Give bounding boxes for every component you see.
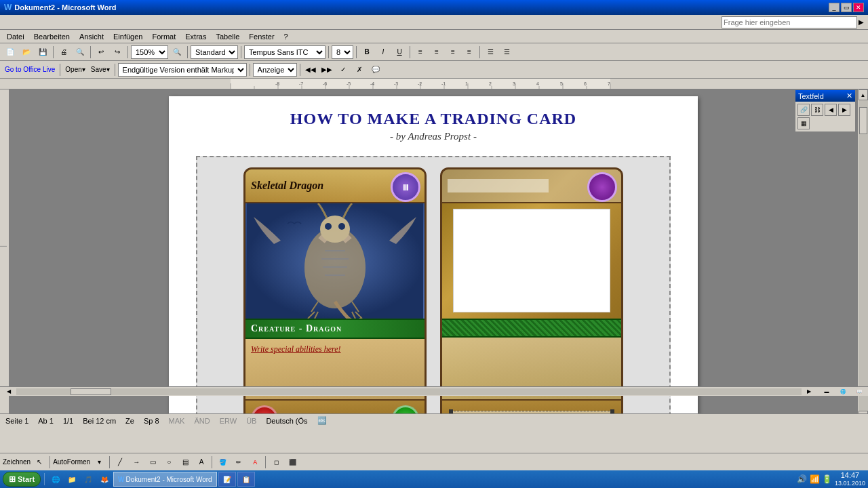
status-lang: Deutsch (Ös [266,417,307,425]
card-left-abilities: Write special abilities here! [251,344,419,354]
taskbar-ie[interactable]: 🌐 [48,472,63,487]
draw-shadow[interactable]: ◻ [269,455,283,470]
hscroll-thumb[interactable] [71,388,111,395]
menu-datei[interactable]: Datei [3,31,28,42]
page-area[interactable]: How to make A Trading Card - by Andreas … [9,89,857,422]
draw-oval[interactable]: ○ [161,455,176,470]
draw-arrow[interactable]: → [129,455,144,470]
scroll-thumb[interactable] [859,107,867,134]
tf-layout[interactable]: ▦ [797,117,810,129]
status-bar: Seite 1 Ab 1 1/1 Bei 12 cm Ze Sp 8 MAK Ä… [0,413,868,427]
open2-btn[interactable]: Open ▾ [63,62,87,77]
close-btn[interactable]: ✕ [853,3,864,12]
taskbar-systray: 🔊 📶 🔋 [797,474,832,484]
draw-cursor[interactable]: ↖ [32,455,47,470]
taskbar-word-btn[interactable]: W Dokument2 - Microsoft Word [113,472,217,487]
textfeld-panel: Textfeld ✕ 🔗 ⛓ ◀ ▶ ▦ [795,89,856,132]
taskbar-media[interactable]: 🎵 [81,472,96,487]
view-web[interactable]: 🌐 [835,388,850,396]
taskbar-word3[interactable]: 📋 [237,472,255,487]
anzeigen-select[interactable]: Anzeigen [253,63,297,77]
taskbar-firefox[interactable]: 🦊 [97,472,112,487]
draw-line[interactable]: ╱ [113,455,127,470]
zoom-select[interactable]: 150% [131,45,168,59]
align-justify[interactable]: ≡ [462,45,477,60]
svg-point-37 [325,223,332,230]
window-title: Dokument2 - Microsoft Word [14,3,116,12]
comments-btn[interactable]: 💬 [368,62,383,77]
textfeld-close[interactable]: ✕ [846,92,852,100]
preview-btn[interactable]: 🔍 [73,45,87,60]
minimize-btn[interactable]: _ [829,3,840,12]
numbering-btn[interactable]: ☰ [499,45,514,60]
align-center[interactable]: ≡ [429,45,444,60]
view-normal[interactable]: ▬ [819,388,834,396]
taskbar-explorer[interactable]: 📁 [64,472,79,487]
zoom-icon[interactable]: 🔍 [170,45,184,60]
draw-3d[interactable]: ⬛ [285,455,300,470]
svg-text:5: 5 [560,81,563,86]
track-next[interactable]: ▶▶ [319,62,334,77]
tf-unlink[interactable]: ⛓ [811,104,823,116]
card-left-level: III [391,172,420,202]
draw-sep1 [50,456,50,468]
font-select[interactable]: Tempus Sans ITC [244,45,326,59]
hscroll-track[interactable] [16,388,802,395]
tf-next[interactable]: ▶ [838,104,850,116]
sep10 [60,64,60,76]
bold-btn[interactable]: B [359,45,374,60]
menu-extras[interactable]: Extras [181,31,210,42]
print-btn[interactable]: 🖨 [56,45,71,60]
hscroll-left[interactable]: ◀ [1,388,16,396]
docversion-select[interactable]: Endgültige Version enthält Markups [118,63,247,77]
taskbar-word2[interactable]: 📝 [218,472,236,487]
reject-btn[interactable]: ✗ [352,62,367,77]
menu-einfuegen[interactable]: Einfügen [109,31,146,42]
draw-line-color[interactable]: ✏ [231,455,246,470]
menu-fenster[interactable]: Fenster [245,31,278,42]
align-right[interactable]: ≡ [446,45,460,60]
svg-point-38 [338,223,345,230]
draw-font-color[interactable]: A [248,455,262,470]
new-btn[interactable]: 📄 [3,45,18,60]
sep5 [241,46,241,58]
zeichnen-label: Zeichnen [3,458,31,466]
frage-input[interactable] [722,16,857,28]
scroll-up[interactable]: ▲ [859,89,868,100]
scroll-track[interactable] [859,100,868,411]
start-button[interactable]: ⊞ Start [3,472,41,487]
draw-rect[interactable]: ▭ [145,455,160,470]
menu-hilfe[interactable]: ? [280,31,292,42]
bullets-btn[interactable]: ☰ [483,45,498,60]
tf-prev[interactable]: ◀ [825,104,837,116]
draw-wordart[interactable]: A [194,455,209,470]
view-read[interactable]: 📖 [852,388,867,396]
fontsize-select[interactable]: 8 [332,45,353,59]
menu-ansicht[interactable]: Ansicht [75,31,108,42]
track-prev[interactable]: ◀◀ [303,62,318,77]
style-select[interactable]: Standard [191,45,238,59]
align-left[interactable]: ≡ [413,45,428,60]
tf-link[interactable]: 🔗 [797,104,810,116]
menu-tabelle[interactable]: Tabelle [212,31,243,42]
draw-textbox[interactable]: ▤ [178,455,193,470]
scrollbar-right[interactable]: ▲ ▼ [857,89,868,422]
view-buttons: ▬ 🌐 📖 [819,388,867,396]
redo-btn[interactable]: ↪ [110,45,125,60]
save2-btn[interactable]: Save ▾ [89,62,112,77]
draw-fill-color[interactable]: 🪣 [215,455,230,470]
save-btn[interactable]: 💾 [35,45,50,60]
open-btn[interactable]: 📂 [19,45,34,60]
hscroll-right[interactable]: ▶ [802,388,816,396]
menu-bearbeiten[interactable]: Bearbeiten [30,31,74,42]
ruler-content: -8 -7 -6 -5 -4 -3 -2 -1 1 2 3 4 5 6 7 [0,79,868,89]
frage-search-icon[interactable]: ▶ [859,18,864,26]
accept-btn[interactable]: ✓ [336,62,351,77]
undo-btn[interactable]: ↩ [94,45,108,60]
italic-btn[interactable]: I [376,45,391,60]
autoformen-menu[interactable]: ▾ [92,455,106,470]
office-live-btn[interactable]: Go to Office Live [3,62,57,77]
underline-btn[interactable]: U [392,45,407,60]
menu-format[interactable]: Format [148,31,180,42]
restore-btn[interactable]: ▭ [841,3,852,12]
